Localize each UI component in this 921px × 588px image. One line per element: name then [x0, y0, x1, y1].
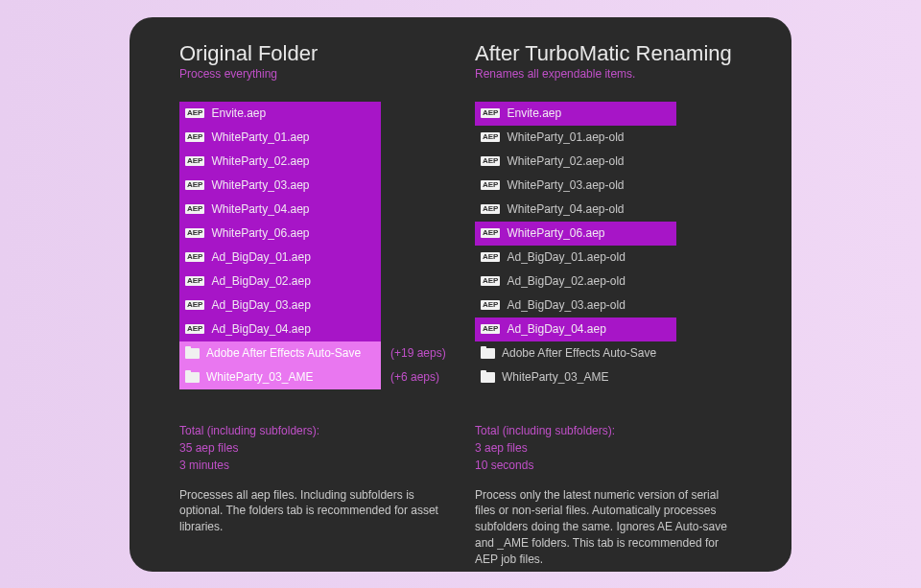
stat-line: 35 aep files	[179, 439, 446, 457]
item-label: Envite.aep	[211, 106, 266, 120]
list-item[interactable]: AEPWhiteParty_01.aep	[179, 126, 446, 150]
stat-line: Total (including subfolders):	[475, 422, 742, 439]
list-row: AEPAd_BigDay_04.aep	[179, 318, 381, 341]
aep-badge-icon: AEP	[481, 132, 500, 142]
item-label: Ad_BigDay_01.aep-old	[507, 250, 625, 264]
list-item[interactable]: AEPAd_BigDay_01.aep	[179, 246, 446, 270]
stat-line: 10 seconds	[475, 457, 742, 474]
item-label: WhiteParty_03.aep	[211, 178, 309, 192]
item-count: (+19 aeps)	[390, 346, 446, 360]
right-file-list: AEPEnvite.aepAEPWhiteParty_01.aep-oldAEP…	[475, 102, 742, 389]
list-row: AEPWhiteParty_06.aep	[179, 222, 381, 246]
list-item[interactable]: WhiteParty_03_AME(+6 aeps)	[179, 365, 446, 389]
list-row: AEPWhiteParty_03.aep-old	[475, 174, 676, 198]
list-item[interactable]: AEPAd_BigDay_04.aep	[179, 318, 446, 341]
list-row: AEPEnvite.aep	[179, 102, 381, 126]
list-row: AEPWhiteParty_06.aep	[475, 222, 676, 246]
item-label: Ad_BigDay_02.aep	[211, 274, 310, 288]
list-row: AEPWhiteParty_04.aep-old	[475, 198, 676, 222]
list-row: AEPWhiteParty_03.aep	[179, 174, 381, 198]
list-item[interactable]: AEPWhiteParty_02.aep-old	[475, 150, 742, 174]
left-subtitle: Process everything	[179, 67, 446, 81]
item-count: (+6 aeps)	[390, 370, 439, 384]
aep-badge-icon: AEP	[481, 156, 500, 166]
aep-badge-icon: AEP	[481, 252, 500, 262]
list-item[interactable]: AEPWhiteParty_01.aep-old	[475, 126, 742, 150]
left-file-list: AEPEnvite.aepAEPWhiteParty_01.aepAEPWhit…	[179, 102, 446, 389]
item-label: WhiteParty_01.aep	[211, 130, 309, 144]
item-label: WhiteParty_06.aep	[211, 226, 309, 240]
list-row: AEPWhiteParty_01.aep	[179, 126, 381, 150]
item-label: WhiteParty_04.aep	[211, 202, 309, 216]
item-label: Ad_BigDay_03.aep-old	[507, 298, 625, 312]
aep-badge-icon: AEP	[481, 108, 500, 118]
list-item[interactable]: AEPWhiteParty_03.aep-old	[475, 174, 742, 198]
left-stats: Total (including subfolders):35 aep file…	[179, 422, 446, 474]
aep-badge-icon: AEP	[481, 276, 500, 286]
left-description: Processes all aep files. Including subfo…	[179, 487, 446, 535]
list-row: WhiteParty_03_AME	[475, 365, 676, 389]
folder-icon	[481, 372, 495, 383]
item-label: WhiteParty_02.aep	[211, 154, 309, 168]
list-row: AEPAd_BigDay_04.aep	[475, 318, 676, 341]
list-item[interactable]: AEPAd_BigDay_02.aep	[179, 270, 446, 294]
folder-icon	[185, 348, 200, 359]
folder-icon	[481, 348, 495, 359]
list-item[interactable]: AEPWhiteParty_04.aep	[179, 198, 446, 222]
list-item[interactable]: AEPEnvite.aep	[179, 102, 446, 126]
right-column: After TurboMatic Renaming Renames all ex…	[475, 42, 742, 547]
item-label: Adobe After Effects Auto-Save	[502, 346, 656, 360]
item-label: WhiteParty_03_AME	[206, 370, 313, 384]
list-item[interactable]: AEPWhiteParty_06.aep	[179, 222, 446, 246]
list-item[interactable]: AEPAd_BigDay_03.aep-old	[475, 294, 742, 318]
list-item[interactable]: AEPWhiteParty_03.aep	[179, 174, 446, 198]
list-item[interactable]: WhiteParty_03_AME	[475, 365, 742, 389]
list-item[interactable]: AEPWhiteParty_02.aep	[179, 150, 446, 174]
list-item[interactable]: AEPAd_BigDay_03.aep	[179, 294, 446, 318]
folder-icon	[185, 372, 200, 383]
list-row: AEPAd_BigDay_02.aep-old	[475, 270, 676, 294]
aep-badge-icon: AEP	[185, 132, 204, 142]
list-item[interactable]: AEPAd_BigDay_02.aep-old	[475, 270, 742, 294]
list-item[interactable]: AEPAd_BigDay_04.aep	[475, 318, 742, 341]
item-label: WhiteParty_03.aep-old	[507, 178, 624, 192]
stat-line: Total (including subfolders):	[179, 422, 446, 439]
list-row: AEPWhiteParty_01.aep-old	[475, 126, 676, 150]
list-item[interactable]: Adobe After Effects Auto-Save(+19 aeps)	[179, 341, 446, 365]
aep-badge-icon: AEP	[185, 180, 204, 190]
list-row: AEPAd_BigDay_03.aep	[179, 294, 381, 318]
item-label: WhiteParty_06.aep	[507, 226, 604, 240]
list-item[interactable]: AEPEnvite.aep	[475, 102, 742, 126]
list-item[interactable]: AEPWhiteParty_04.aep-old	[475, 198, 742, 222]
right-stats: Total (including subfolders):3 aep files…	[475, 422, 742, 474]
item-label: Ad_BigDay_04.aep	[507, 322, 605, 336]
aep-badge-icon: AEP	[185, 276, 204, 286]
aep-badge-icon: AEP	[481, 324, 500, 334]
right-description: Process only the latest numeric version …	[475, 487, 742, 568]
list-item[interactable]: AEPAd_BigDay_01.aep-old	[475, 246, 742, 270]
list-row: AEPWhiteParty_04.aep	[179, 198, 381, 222]
list-item[interactable]: AEPWhiteParty_06.aep	[475, 222, 742, 246]
list-row: AEPAd_BigDay_03.aep-old	[475, 294, 676, 318]
item-label: Ad_BigDay_03.aep	[211, 298, 310, 312]
list-row: AEPWhiteParty_02.aep	[179, 150, 381, 174]
aep-badge-icon: AEP	[481, 180, 500, 190]
item-label: Envite.aep	[507, 106, 561, 120]
list-row: AEPAd_BigDay_01.aep	[179, 246, 381, 270]
list-row: AEPEnvite.aep	[475, 102, 676, 126]
stat-line: 3 aep files	[475, 439, 742, 457]
main-panel: Original Folder Process everything AEPEn…	[130, 17, 791, 572]
aep-badge-icon: AEP	[185, 204, 204, 214]
item-label: WhiteParty_01.aep-old	[507, 130, 624, 144]
list-row: AEPWhiteParty_02.aep-old	[475, 150, 676, 174]
list-row: Adobe After Effects Auto-Save	[179, 341, 381, 365]
item-label: WhiteParty_03_AME	[502, 370, 608, 384]
aep-badge-icon: AEP	[185, 300, 204, 310]
list-row: WhiteParty_03_AME	[179, 365, 381, 389]
aep-badge-icon: AEP	[185, 324, 204, 334]
aep-badge-icon: AEP	[481, 228, 500, 238]
list-row: AEPAd_BigDay_01.aep-old	[475, 246, 676, 270]
list-item[interactable]: Adobe After Effects Auto-Save	[475, 341, 742, 365]
item-label: Ad_BigDay_04.aep	[211, 322, 310, 336]
item-label: Ad_BigDay_01.aep	[211, 250, 310, 264]
